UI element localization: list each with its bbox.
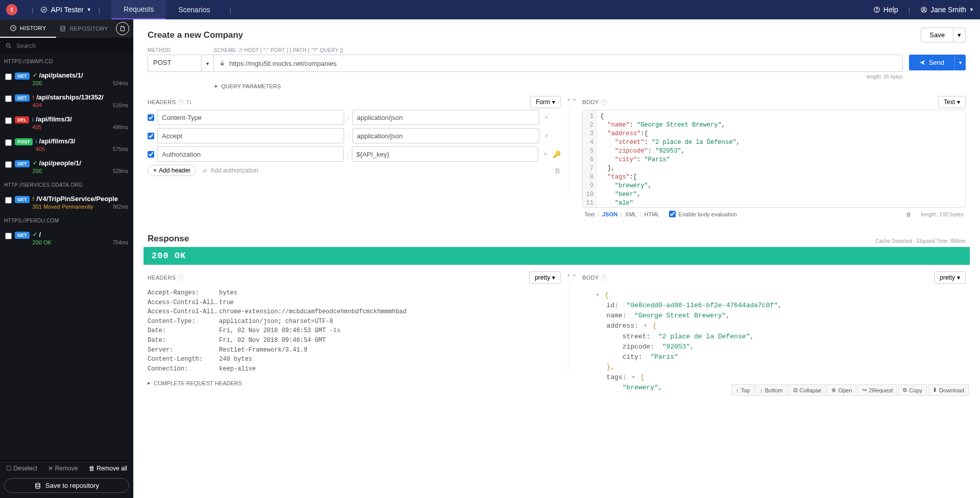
history-item[interactable]: GET !/api/starships/13t352/ 404516ms: [0, 89, 133, 111]
response-status: 200 OK: [144, 247, 970, 265]
resp-bottom-button[interactable]: ↓ Bottom: [755, 384, 787, 396]
history-item-checkbox[interactable]: [5, 95, 12, 102]
resp-2request-button[interactable]: ↪ 2Request: [857, 384, 897, 396]
remove-header-icon[interactable]: ×: [542, 132, 551, 140]
headers-view-toggle[interactable]: Form ▾: [530, 96, 561, 108]
help-button[interactable]: Help: [873, 6, 898, 14]
sort-icon[interactable]: [186, 99, 192, 105]
collapse-left-icon[interactable]: ◂: [565, 271, 571, 279]
history-item[interactable]: GET !/V4/TripPinService/People 301 Moved…: [0, 191, 133, 213]
history-item[interactable]: GET ✓/api/planets/1/ 200524ms: [0, 67, 133, 89]
history-item-checkbox[interactable]: [5, 161, 12, 168]
sidebar-tab-history[interactable]: HISTORY: [0, 19, 56, 38]
response-title: Response: [148, 234, 189, 244]
history-item[interactable]: POST i/api/films/3/ 405575ms: [0, 133, 133, 155]
format-text[interactable]: Text: [584, 211, 594, 217]
remove-all-button[interactable]: 🗑 Remove all: [89, 465, 127, 472]
collapse-left-icon[interactable]: ◂: [565, 95, 571, 103]
resp-open-button[interactable]: ⊕ Open: [827, 384, 856, 396]
search-input[interactable]: [16, 42, 128, 49]
send-button[interactable]: Send: [909, 55, 954, 70]
header-row: Authorization : ${API_key} ×🔑: [148, 146, 561, 162]
history-item-checkbox[interactable]: [5, 139, 12, 146]
query-params-toggle[interactable]: ▸ QUERY PARAMETERS: [133, 80, 980, 94]
history-item-checkbox[interactable]: [5, 197, 12, 204]
sidebar-host: HTTP://SERVICES.ODATA.ORG: [0, 177, 133, 191]
history-item[interactable]: GET ✓/ 200 OK754ms: [0, 227, 133, 248]
remove-header-icon[interactable]: ×: [541, 150, 549, 158]
enable-body-eval-checkbox[interactable]: [669, 211, 676, 217]
complete-request-headers-toggle[interactable]: ▸ COMPLETE REQUEST HEADERS: [148, 377, 561, 390]
save-to-repository-button[interactable]: Save to repository: [4, 478, 129, 493]
add-header-button[interactable]: + Add header: [148, 165, 196, 176]
save-dropdown[interactable]: ▾: [953, 28, 966, 42]
tab-requests[interactable]: Requests: [111, 0, 166, 19]
header-value-input[interactable]: ${API_key}: [352, 146, 538, 162]
help-icon[interactable]: ?: [178, 275, 184, 281]
sidebar-search[interactable]: [0, 38, 133, 54]
header-name-input[interactable]: Authorization: [157, 146, 344, 162]
resp-body-view-toggle[interactable]: pretty ▾: [934, 271, 966, 284]
response-header-row: Accept-Ranges:bytes: [148, 288, 561, 298]
remove-button[interactable]: ✕ Remove: [48, 465, 78, 472]
header-name-input[interactable]: Accept: [157, 128, 344, 143]
response-header-row: Date:Fri, 02 Nov 2018 09:46:53 GMT -1s: [148, 326, 561, 336]
response-header-row: Connection:keep-alive: [148, 364, 561, 374]
resp-top-button[interactable]: ↑ Top: [731, 384, 754, 396]
response-header-row: Access-Control-Allow-O…chrome-extension:…: [148, 307, 561, 317]
header-value-input[interactable]: application/json: [352, 110, 539, 125]
help-icon[interactable]: ?: [601, 275, 607, 281]
url-length: length: 35 bytes: [213, 74, 903, 80]
app-switcher[interactable]: API Tester ▼: [40, 6, 91, 14]
method-badge: GET: [15, 72, 30, 80]
response-header-row: Server:Restlet-Framework/3.41.9: [148, 345, 561, 355]
database-icon: [34, 482, 41, 489]
header-enabled-checkbox[interactable]: [148, 133, 154, 139]
status-icon: !: [33, 94, 35, 101]
trash-icon[interactable]: 🗑: [554, 167, 561, 175]
collapse-right-icon[interactable]: ▸: [571, 95, 578, 103]
history-item[interactable]: DEL i/api/films/3/ 405498ms: [0, 111, 133, 133]
header-value-input[interactable]: application/json: [352, 128, 539, 143]
save-button[interactable]: Save: [921, 28, 953, 42]
user-menu[interactable]: Jane Smith ▼: [920, 6, 974, 14]
resp-headers-view-toggle[interactable]: pretty ▾: [529, 271, 561, 284]
history-icon: [10, 24, 17, 32]
header-name-input[interactable]: Content-Type: [157, 110, 344, 125]
format-html[interactable]: HTML: [644, 211, 660, 217]
history-item-checkbox[interactable]: [5, 73, 12, 80]
resp-collapse-button[interactable]: ⊟ Collapse: [788, 384, 826, 396]
send-dropdown[interactable]: ▾: [954, 55, 966, 70]
svg-point-4: [923, 8, 925, 10]
key-icon[interactable]: 🔑: [553, 151, 561, 158]
method-select[interactable]: POST ▾: [148, 55, 214, 72]
svg-rect-9: [221, 63, 224, 66]
method-badge: GET: [15, 196, 30, 203]
send-icon: [919, 59, 926, 66]
status-icon: ✓: [33, 160, 37, 166]
history-item-checkbox[interactable]: [5, 233, 12, 239]
trash-icon[interactable]: 🗑: [906, 211, 912, 217]
collapse-right-icon[interactable]: ▸: [571, 271, 578, 279]
format-xml[interactable]: XML: [625, 211, 637, 217]
deselect-button[interactable]: ☐ Deselect: [6, 465, 37, 472]
header-enabled-checkbox[interactable]: [148, 151, 154, 158]
body-editor[interactable]: 12345678910111213 { "name": "George Stre…: [582, 110, 966, 208]
resp-download-button[interactable]: ⬇ Download: [928, 384, 969, 396]
help-icon[interactable]: ?: [601, 99, 607, 105]
history-path: /api/films/3/: [36, 115, 72, 123]
help-icon[interactable]: ?: [178, 99, 184, 105]
resp-copy-button[interactable]: ⧉ Copy: [898, 384, 927, 396]
history-item-checkbox[interactable]: [5, 117, 12, 124]
history-item[interactable]: GET ✓/api/people/1/ 200529ms: [0, 155, 133, 177]
sidebar-tab-repository[interactable]: REPOSITORY: [56, 19, 112, 38]
body-view-toggle[interactable]: Text ▾: [938, 96, 966, 108]
remove-header-icon[interactable]: ×: [542, 113, 551, 121]
response-body-viewer[interactable]: ▾ { id: "0e8cedd0-ad98-11e6-bf2e-47644ad…: [582, 285, 966, 393]
add-authorization-button[interactable]: Add authorization: [202, 167, 258, 174]
format-json[interactable]: JSON: [602, 211, 617, 217]
url-input[interactable]: https://mglu5tl.mocks.net/companies: [213, 55, 903, 72]
tab-scenarios[interactable]: Scenarios: [166, 0, 222, 19]
header-enabled-checkbox[interactable]: [148, 114, 154, 121]
new-request-button[interactable]: [116, 22, 129, 35]
